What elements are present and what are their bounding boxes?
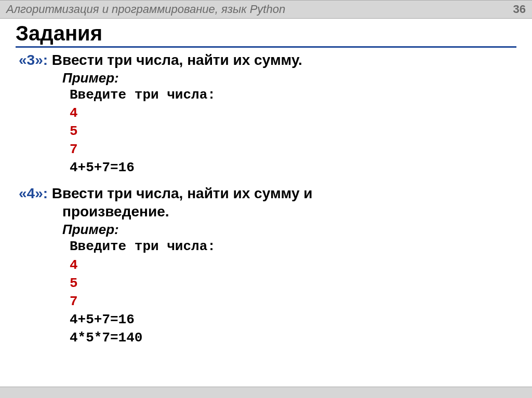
example-label: Пример: [62,70,516,86]
task-heading-cont: произведение. [62,202,516,221]
task-heading: «4»: Ввести три числа, найти их сумму и [19,184,516,202]
task-description: Ввести три числа, найти их сумму и [52,185,313,201]
header-title: Алгоритмизация и программирование, язык … [6,3,285,16]
code-input: 5 [70,276,78,291]
page-title: Задания [16,22,516,48]
slide-page: Алгоритмизация и программирование, язык … [0,0,532,398]
code-input: 4 [70,105,78,121]
code-input: 4 [70,257,78,273]
task-block: «3»: Ввести три числа, найти их сумму. П… [19,51,516,177]
code-prompt: Введите три числа: [70,87,216,103]
task-body: Пример: Введите три числа: 4 5 7 4+5+7=1… [62,70,516,177]
code-block: Введите три числа: 4 5 7 4+5+7=16 4*5*7=… [70,238,516,347]
task-block: «4»: Ввести три числа, найти их сумму и … [19,184,516,347]
page-number: 36 [513,3,526,16]
task-marker: «3»: [19,52,48,68]
code-input: 7 [70,142,78,157]
task-heading: «3»: Ввести три числа, найти их сумму. [19,51,516,69]
task-marker: «4»: [19,185,48,201]
code-input: 7 [70,294,78,309]
header-bar: Алгоритмизация и программирование, язык … [0,0,532,19]
code-prompt: Введите три числа: [70,239,216,254]
code-output: 4*5*7=140 [70,330,142,346]
code-block: Введите три числа: 4 5 7 4+5+7=16 [70,86,516,177]
content-area: Задания «3»: Ввести три числа, найти их … [0,19,532,387]
example-label: Пример: [62,222,516,238]
footer-bar [0,387,532,398]
task-body: Пример: Введите три числа: 4 5 7 4+5+7=1… [62,222,516,347]
code-input: 5 [70,123,78,139]
task-description: Ввести три числа, найти их сумму. [52,52,302,68]
code-output: 4+5+7=16 [70,312,135,327]
task-description-line2: произведение. [62,203,169,219]
code-output: 4+5+7=16 [70,160,135,175]
